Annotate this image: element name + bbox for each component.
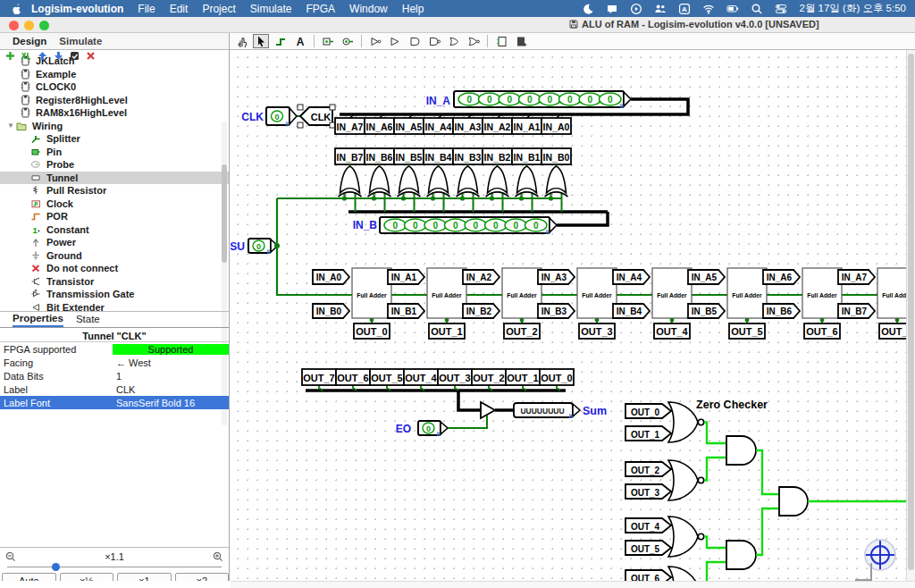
close-window-button[interactable] bbox=[9, 21, 19, 30]
tree-item-ground[interactable]: Ground bbox=[0, 249, 229, 263]
not-gate-icon[interactable] bbox=[367, 34, 383, 48]
users-icon[interactable] bbox=[654, 3, 667, 15]
add-vhdl-icon[interactable] bbox=[21, 50, 32, 62]
selection-handle[interactable] bbox=[298, 105, 303, 110]
selection-handle[interactable] bbox=[298, 122, 303, 128]
menu-item-simulate[interactable]: Simulate bbox=[250, 3, 292, 15]
canvas-vertical-scrollbar-thumb[interactable] bbox=[908, 54, 914, 570]
nor-gate-2[interactable] bbox=[668, 517, 698, 557]
input-source-icon[interactable]: A bbox=[678, 3, 691, 15]
and-gate-final[interactable] bbox=[779, 487, 808, 516]
zoom-slider[interactable] bbox=[7, 567, 222, 567]
xor-gate[interactable] bbox=[370, 166, 390, 193]
apple-icon[interactable] bbox=[11, 3, 22, 15]
property-row-fpga-supported[interactable]: FPGA supportedSupported bbox=[0, 342, 229, 356]
poke-tool-icon[interactable] bbox=[233, 34, 249, 48]
tab-state[interactable]: State bbox=[76, 314, 100, 326]
and-gate-icon[interactable] bbox=[407, 34, 423, 48]
xor-gate[interactable] bbox=[517, 166, 537, 193]
buffer-gate-icon[interactable] bbox=[387, 34, 403, 48]
canvas-horizontal-scrollbar[interactable] bbox=[231, 581, 915, 588]
nor-gate-1[interactable] bbox=[668, 460, 698, 500]
tree-item-por[interactable]: POR bbox=[0, 210, 229, 223]
menu-item-edit[interactable]: Edit bbox=[170, 3, 189, 15]
add-circuit-tool-icon[interactable] bbox=[493, 34, 509, 48]
wiring-tool-icon[interactable] bbox=[273, 34, 289, 48]
appearance-icon[interactable] bbox=[69, 50, 80, 62]
menu-item-project[interactable]: Project bbox=[202, 3, 235, 15]
input-pin-icon[interactable] bbox=[320, 34, 336, 48]
caret-down-icon[interactable]: ▼ bbox=[7, 122, 16, 130]
menu-item-help[interactable]: Help bbox=[402, 3, 424, 15]
tab-simulate[interactable]: Simulate bbox=[59, 36, 102, 46]
tree-item-constant[interactable]: 1Constant bbox=[0, 223, 229, 237]
property-value[interactable]: 1 bbox=[113, 371, 229, 382]
nand-gate-icon[interactable] bbox=[426, 34, 442, 48]
and-gate-bottom[interactable] bbox=[726, 541, 756, 569]
tree-item-pull-resistor[interactable]: Pull Resistor bbox=[0, 184, 229, 197]
tree-item-power[interactable]: Power bbox=[0, 236, 229, 249]
xor-gate[interactable] bbox=[458, 166, 478, 193]
edit-tool-icon[interactable] bbox=[253, 34, 269, 48]
tab-properties[interactable]: Properties bbox=[13, 313, 63, 327]
property-value[interactable]: ← West bbox=[113, 357, 229, 368]
tree-item-do-not-connect[interactable]: Do not connect bbox=[0, 262, 229, 275]
or-gate-icon[interactable] bbox=[446, 34, 462, 48]
tree-scrollbar-thumb[interactable] bbox=[222, 164, 227, 263]
text-tool-icon[interactable]: A bbox=[292, 34, 308, 48]
tree-item-example[interactable]: Example bbox=[0, 68, 229, 81]
and-gate-top[interactable] bbox=[726, 436, 756, 465]
chat-icon[interactable] bbox=[606, 3, 618, 15]
tree-item-pin[interactable]: Pin bbox=[0, 146, 229, 159]
add-circuit-icon[interactable] bbox=[4, 50, 16, 62]
property-row-label-font[interactable]: Label FontSansSerif Bold 16 bbox=[0, 396, 229, 409]
xor-gate[interactable] bbox=[488, 166, 508, 193]
tree-item-tunnel[interactable]: Tunnel bbox=[0, 172, 229, 185]
tree-item-clock0[interactable]: CLOCK0 bbox=[0, 80, 229, 94]
xor-gate[interactable] bbox=[340, 166, 360, 193]
xor-gate[interactable] bbox=[547, 166, 567, 193]
tree-group-wiring[interactable]: ▼Wiring bbox=[0, 120, 229, 133]
tree-item-probe[interactable]: Probe bbox=[0, 158, 229, 172]
menu-item-file[interactable]: File bbox=[138, 3, 155, 15]
zoom-preset-×½[interactable]: ×½ bbox=[60, 573, 114, 581]
minimize-window-button[interactable] bbox=[24, 21, 34, 30]
play-circle-icon[interactable] bbox=[630, 3, 642, 15]
menu-app-name[interactable]: Logisim-evolution bbox=[31, 3, 123, 15]
property-value[interactable]: CLK bbox=[113, 384, 229, 395]
delete-icon[interactable] bbox=[85, 50, 97, 62]
control-center-icon[interactable] bbox=[775, 3, 787, 15]
schematic-canvas[interactable]: CLK0bCLKIN_A00000000bIN_A7IN_A6IN_A5IN_A… bbox=[231, 50, 906, 581]
tree-item-transmission-gate[interactable]: Transmission Gate bbox=[0, 288, 229, 301]
move-down-icon[interactable] bbox=[53, 50, 64, 62]
nor-gate-3[interactable] bbox=[668, 567, 698, 581]
zoom-preset-×1[interactable]: ×1 bbox=[117, 573, 172, 581]
zoom-preset-auto[interactable]: Auto bbox=[2, 573, 56, 581]
tree-item-splitter[interactable]: Splitter bbox=[0, 132, 229, 146]
selection-handle[interactable] bbox=[330, 105, 335, 110]
zoom-in-icon[interactable] bbox=[213, 551, 223, 562]
property-value[interactable]: Supported bbox=[113, 344, 229, 355]
wifi-icon[interactable] bbox=[702, 3, 715, 15]
tree-item-ram8x16highlevel[interactable]: RAM8x16HighLevel bbox=[0, 106, 229, 120]
output-pin-icon[interactable] bbox=[340, 34, 356, 48]
tree-item-clock[interactable]: Clock bbox=[0, 197, 229, 211]
xor-gate[interactable] bbox=[399, 166, 419, 193]
menu-item-fpga[interactable]: FPGA bbox=[306, 3, 335, 15]
property-value[interactable]: SansSerif Bold 16 bbox=[113, 398, 229, 408]
appearance-tool-icon[interactable] bbox=[513, 34, 529, 48]
zoom-window-button[interactable] bbox=[39, 21, 49, 30]
battery-icon[interactable] bbox=[726, 3, 739, 15]
zoom-preset-×2[interactable]: ×2 bbox=[175, 573, 230, 581]
tree-item-transistor[interactable]: Transistor bbox=[0, 275, 229, 289]
tree-item-register8highlevel[interactable]: Register8HighLevel bbox=[0, 94, 229, 107]
move-up-icon[interactable] bbox=[37, 50, 48, 62]
tab-design[interactable]: Design bbox=[13, 36, 46, 46]
property-row-facing[interactable]: Facing← West bbox=[0, 356, 229, 369]
nor-gate-icon[interactable] bbox=[466, 34, 482, 48]
search-icon[interactable] bbox=[751, 3, 763, 15]
property-row-data-bits[interactable]: Data Bits1 bbox=[0, 369, 229, 382]
moon-icon[interactable] bbox=[582, 3, 594, 15]
menu-item-window[interactable]: Window bbox=[349, 3, 388, 15]
menubar-clock[interactable]: 2월 17일 (화) 오후 5:50 bbox=[799, 2, 906, 15]
